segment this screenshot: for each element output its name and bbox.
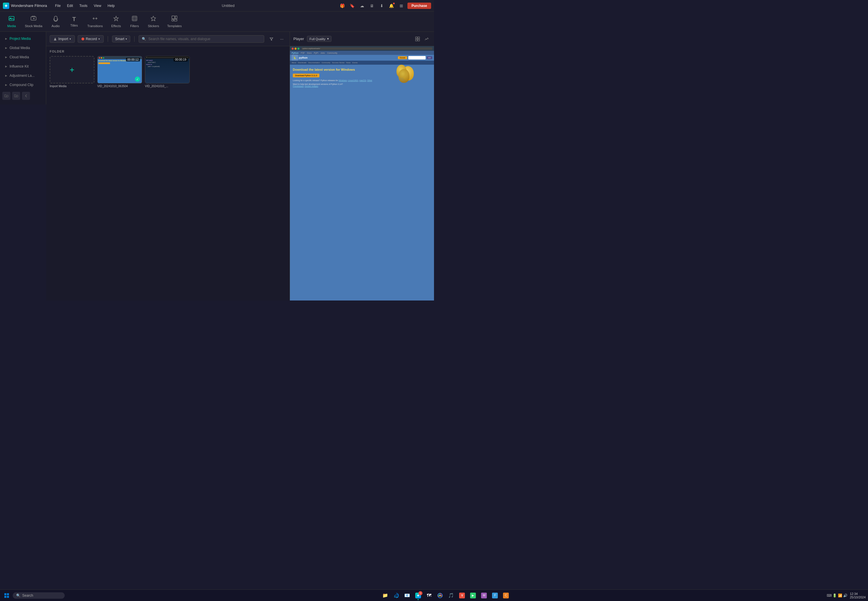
templates-label: Templates: [167, 24, 182, 28]
import-label: Import: [58, 37, 68, 41]
cloud-icon[interactable]: ☁: [358, 2, 366, 9]
toolbar-audio[interactable]: Audio: [47, 14, 64, 29]
import-chevron-icon: ▾: [70, 38, 71, 40]
record-button[interactable]: Record ▾: [78, 35, 104, 43]
preview-header-icons: [414, 35, 430, 43]
download-icon[interactable]: ⬇: [378, 2, 386, 9]
media-item-vid2[interactable]: def main(): print("hello") import os pat…: [145, 56, 190, 88]
analytics-icon[interactable]: [423, 35, 430, 43]
toolbar-transitions[interactable]: Transitions: [84, 14, 106, 29]
player-label: Player: [293, 37, 304, 41]
import-button[interactable]: Import ▾: [50, 35, 75, 43]
svg-rect-0: [9, 17, 14, 20]
svg-rect-17: [418, 37, 420, 39]
purchase-button[interactable]: Purchase: [407, 3, 431, 9]
import-folder-button[interactable]: [12, 92, 20, 100]
import-media-label: Import Media: [50, 85, 95, 88]
smart-filter-button[interactable]: Smart ▾: [112, 35, 130, 43]
media-toolbar-icon: [8, 15, 15, 23]
toolbar-filters[interactable]: Filters: [126, 14, 143, 29]
toolbar-stock-media[interactable]: Stock Media: [21, 14, 46, 29]
svg-rect-13: [174, 19, 177, 21]
toolbar-templates[interactable]: Templates: [164, 14, 185, 29]
toolbar-media[interactable]: Media: [3, 14, 20, 29]
preview-hero-btn[interactable]: Download Python 3.11.0: [293, 73, 319, 77]
toolbar-stickers[interactable]: Stickers: [144, 14, 163, 29]
sidebar-item-influence-kit[interactable]: ▶ Influence Kit: [2, 62, 44, 71]
templates-icon: [171, 15, 178, 23]
app-logo-icon: [3, 3, 9, 9]
sidebar-item-cloud-media[interactable]: ▶ Cloud Media: [2, 53, 44, 61]
influence-kit-label: Influence Kit: [9, 64, 29, 69]
sidebar-bottom-actions: [0, 90, 46, 102]
collapse-sidebar-button[interactable]: [22, 92, 30, 100]
svg-rect-16: [415, 37, 417, 39]
smart-label: Smart: [115, 37, 124, 41]
filter-icon[interactable]: [267, 35, 276, 43]
quality-chevron-icon: ▾: [327, 37, 329, 41]
sidebar-item-adjustment[interactable]: ▶ Adjustment La...: [2, 71, 44, 80]
transitions-icon: [92, 15, 98, 23]
menu-help[interactable]: Help: [105, 3, 118, 9]
preview-panel: Player Full Quality ▾: [290, 32, 434, 300]
top-menu-bar: Wondershare Filmora File Edit Tools View…: [0, 0, 434, 12]
media-label: Media: [7, 24, 16, 28]
chevron-right-icon-2: ▶: [5, 46, 7, 49]
search-bar[interactable]: 🔍 Search file names, visuals, and dialog…: [139, 35, 264, 43]
vid1-selected-icon: ✓: [135, 76, 140, 82]
search-icon: 🔍: [142, 37, 146, 41]
media-item-vid1[interactable]: Download the latest version for Windows …: [97, 56, 142, 88]
menu-edit[interactable]: Edit: [64, 3, 76, 9]
record-label: Record: [86, 37, 97, 41]
effects-label: Effects: [111, 24, 121, 28]
search-placeholder: Search file names, visuals, and dialogue: [148, 37, 211, 41]
filters-icon: [131, 15, 138, 23]
import-media-item[interactable]: + Import Media: [50, 56, 95, 88]
svg-rect-18: [415, 39, 417, 41]
more-options-icon[interactable]: ···: [278, 35, 286, 43]
svg-rect-19: [418, 39, 420, 41]
preview-url: python.org/downloads/: [303, 47, 320, 49]
grid-icon[interactable]: ⊞: [398, 2, 405, 9]
menu-view[interactable]: View: [91, 3, 104, 9]
gift-icon[interactable]: 🎁: [339, 2, 346, 9]
menu-file[interactable]: File: [52, 3, 64, 9]
toolbar-separator: [108, 36, 108, 42]
record-chevron-icon: ▾: [98, 38, 100, 40]
notification-icon[interactable]: 🔔: [388, 2, 395, 9]
media-thumb-vid1[interactable]: Download the latest version for Windows …: [97, 56, 142, 84]
record-dot-icon: [81, 38, 84, 40]
toolbar-titles[interactable]: T Titles: [66, 14, 83, 29]
preview-video-area: python.org/downloads/ Python PSF Docs Py…: [290, 46, 434, 300]
top-right-area: 🎁 🔖 ☁ 🖥 ⬇ 🔔 ⊞ Purchase: [339, 2, 431, 9]
sidebar-item-project-media[interactable]: ▶ Project Media: [2, 34, 44, 43]
menu-tools[interactable]: Tools: [76, 3, 90, 9]
svg-rect-11: [175, 16, 177, 19]
compound-clip-label: Compound Clip: [9, 83, 34, 87]
sidebar-item-global-media[interactable]: ▶ Global Media: [2, 44, 44, 52]
project-media-label: Project Media: [9, 37, 31, 41]
vid2-duration: 00:00:19: [174, 58, 188, 61]
toolbar-effects[interactable]: Effects: [107, 14, 125, 29]
media-thumb-vid2[interactable]: def main(): print("hello") import os pat…: [145, 56, 190, 84]
monitor-icon[interactable]: 🖥: [368, 2, 376, 9]
folder-section-label: FOLDER: [50, 50, 286, 53]
svg-marker-9: [151, 16, 156, 21]
chevron-right-icon-6: ▶: [5, 84, 7, 86]
add-icon: +: [70, 65, 74, 75]
import-media-thumb[interactable]: +: [50, 56, 95, 84]
chevron-right-icon-3: ▶: [5, 56, 7, 59]
bookmark-icon[interactable]: 🔖: [349, 2, 356, 9]
effects-icon: [113, 15, 119, 23]
filters-label: Filters: [130, 24, 139, 28]
audio-toolbar-icon: [53, 15, 59, 23]
chevron-right-icon: ▶: [5, 37, 7, 40]
new-folder-button[interactable]: [2, 92, 11, 100]
quality-dropdown[interactable]: Full Quality ▾: [307, 36, 331, 42]
app-name: Wondershare Filmora: [11, 3, 47, 8]
chevron-right-icon-5: ▶: [5, 74, 7, 77]
grid-view-icon[interactable]: [414, 35, 421, 43]
sidebar-item-compound-clip[interactable]: ▶ Compound Clip: [2, 81, 44, 89]
stock-media-label: Stock Media: [25, 24, 43, 28]
global-media-label: Global Media: [9, 46, 30, 50]
